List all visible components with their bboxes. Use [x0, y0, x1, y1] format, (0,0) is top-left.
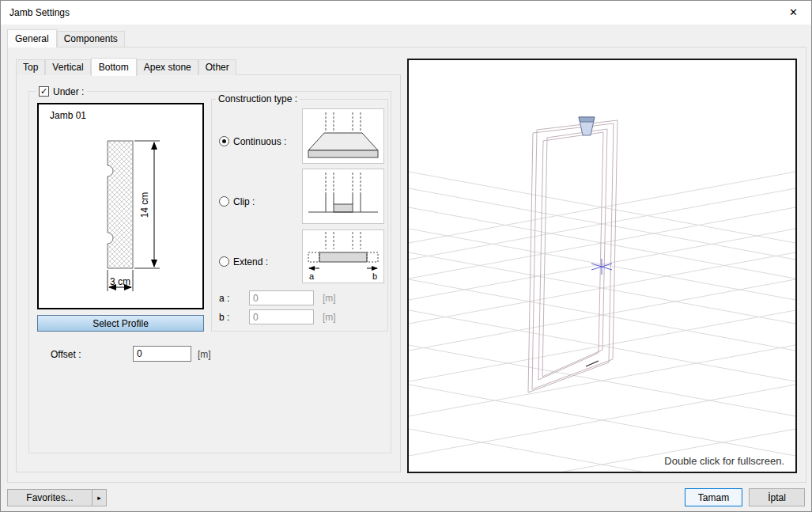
dim-width-label: 3 cm — [110, 276, 130, 287]
ok-button[interactable]: Tamam — [685, 488, 742, 506]
b-input — [249, 309, 314, 324]
clip-diagram — [302, 169, 384, 224]
profile-shape — [108, 141, 133, 268]
tab-components[interactable]: Components — [57, 31, 125, 47]
offset-label: Offset : — [51, 349, 81, 360]
jamb-settings-dialog: Jamb Settings ✕ General Components Top V… — [0, 0, 812, 512]
extend-b-row: b : [m] — [219, 309, 336, 324]
tab-bottom[interactable]: Bottom — [91, 58, 137, 76]
close-icon: ✕ — [789, 6, 798, 18]
arrow-right-icon: ▸ — [97, 494, 101, 502]
origin-crosshair — [591, 259, 612, 275]
jamb-frame-wireframe — [528, 120, 617, 393]
continuous-diagram — [302, 108, 384, 164]
position-tabstrip: Top Vertical Bottom Apex stone Other — [16, 59, 236, 75]
preview-3d-scene — [409, 60, 795, 472]
fullscreen-hint: Double click for fullscreen. — [664, 455, 784, 467]
offset-unit: [m] — [198, 349, 211, 360]
continuous-label: Continuous : — [233, 136, 286, 147]
radio-row-continuous[interactable]: Continuous : — [219, 135, 286, 147]
profile-drawing: 14 cm 3 cm — [39, 104, 202, 308]
main-tabstrip: General Components — [7, 30, 125, 47]
favorites-button[interactable]: Favorites... — [7, 489, 93, 506]
extend-diagram: a b — [302, 229, 384, 283]
clip-label: Clip : — [233, 196, 255, 207]
b-label: b : — [219, 312, 249, 323]
offset-input[interactable] — [133, 346, 191, 362]
construction-type-title: Construction type : — [216, 94, 300, 104]
profile-preview: Jamb 01 — [37, 103, 204, 309]
under-label: Under : — [53, 86, 84, 97]
preview-viewport[interactable]: Double click for fullscreen. — [407, 59, 797, 473]
favorites-expander-button[interactable]: ▸ — [92, 489, 107, 506]
b-unit: [m] — [323, 312, 336, 323]
bottom-tab-page: ✓ Under : Jamb 01 — [16, 74, 401, 472]
select-profile-button[interactable]: Select Profile — [37, 315, 204, 332]
check-icon: ✓ — [40, 87, 47, 96]
tab-general[interactable]: General — [7, 29, 57, 47]
radio-row-extend[interactable]: Extend : — [219, 256, 268, 267]
tab-other[interactable]: Other — [198, 59, 236, 75]
a-label: a : — [219, 293, 249, 304]
profile-name: Jamb 01 — [50, 110, 86, 121]
under-checkbox-row: ✓ Under : — [36, 85, 87, 97]
under-checkbox[interactable]: ✓ — [39, 86, 49, 97]
cancel-button[interactable]: İptal — [749, 488, 805, 506]
title-bar: Jamb Settings ✕ — [1, 1, 811, 25]
extend-label: Extend : — [233, 256, 268, 267]
continuous-radio[interactable] — [219, 136, 229, 146]
tab-vertical[interactable]: Vertical — [45, 59, 90, 75]
extend-a-row: a : [m] — [219, 290, 336, 305]
extend-b-mark: b — [372, 271, 377, 281]
under-groupbox: ✓ Under : Jamb 01 — [28, 91, 391, 453]
clip-radio[interactable] — [219, 196, 229, 207]
general-tab-page: Top Vertical Bottom Apex stone Other ✓ U… — [7, 47, 806, 483]
construction-type-groupbox: Construction type : Continuous : — [211, 99, 388, 332]
dim-height-label: 14 cm — [139, 192, 150, 218]
close-button[interactable]: ✕ — [776, 1, 811, 25]
a-unit: [m] — [323, 293, 336, 304]
a-input — [249, 290, 314, 305]
extend-radio[interactable] — [219, 256, 229, 267]
tab-top[interactable]: Top — [16, 59, 45, 75]
tab-apex-stone[interactable]: Apex stone — [137, 59, 198, 75]
radio-row-clip[interactable]: Clip : — [219, 195, 255, 207]
window-title: Jamb Settings — [9, 1, 70, 25]
extend-a-mark: a — [309, 271, 315, 281]
